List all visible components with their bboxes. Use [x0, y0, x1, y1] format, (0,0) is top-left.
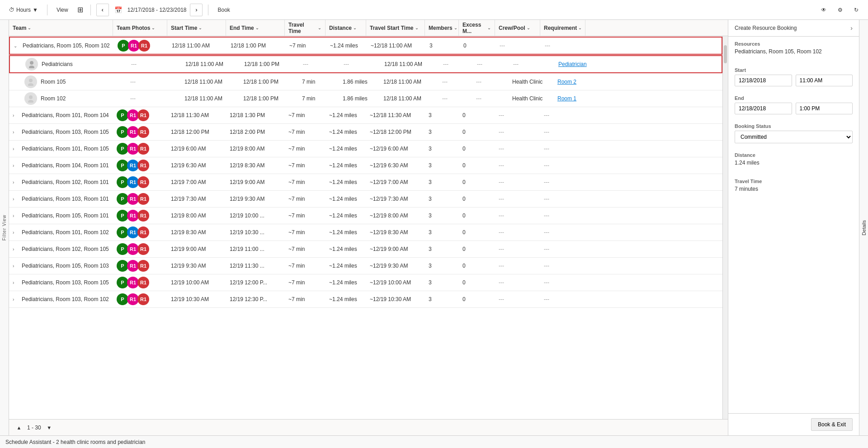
group-row-8[interactable]: › Pediatricians, Room 105, Room 101 P R1… — [9, 207, 722, 224]
filter-panel[interactable]: Filter View — [0, 20, 9, 435]
details-tab[interactable]: Details — [859, 20, 868, 435]
group-row-13[interactable]: › Pediatricians, Room 103, Room 102 P R1… — [9, 291, 722, 308]
group-row-4[interactable]: › Pediatricians, Room 101, Room 105 P R1… — [9, 141, 722, 157]
settings-icon[interactable]: ⚙ — [834, 4, 846, 16]
req-sort-icon: ⌄ — [578, 26, 582, 30]
child-row-1b[interactable]: Room 105 --- 12/18 11:00 AM 12/18 1:00 P… — [9, 74, 722, 90]
expand-icon[interactable]: › — [13, 213, 20, 218]
expand-icon[interactable]: › — [13, 297, 20, 302]
group-row-10[interactable]: › Pediatricians, Room 102, Room 105 P R1… — [9, 241, 722, 258]
col-header-end[interactable]: End Time ⌄ — [226, 20, 285, 36]
end-cell: 12/19 11:30 ... — [226, 258, 285, 274]
page-down-btn[interactable]: ▼ — [45, 423, 54, 432]
col-header-travel[interactable]: Travel Time ⌄ — [285, 20, 326, 36]
members-cell: 3 — [425, 191, 459, 207]
group-row-7[interactable]: › Pediatricians, Room 103, Room 101 P R1… — [9, 191, 722, 207]
col-header-travelstart[interactable]: Travel Start Time ⌄ — [366, 20, 425, 36]
end-cell: 12/19 10:00 ... — [226, 207, 285, 224]
expand-icon[interactable]: › — [13, 280, 20, 285]
group-row-1[interactable]: ⌄ Pediatricians, Room 105, Room 102 P R1… — [9, 37, 722, 55]
col-header-distance[interactable]: Distance ⌄ — [326, 20, 366, 36]
group-row-3[interactable]: › Pediatricians, Room 103, Room 105 P R1… — [9, 124, 722, 141]
group-row-5[interactable]: › Pediatricians, Room 104, Room 101 P R1… — [9, 157, 722, 174]
team-header-label: Team — [13, 25, 26, 31]
col-header-start[interactable]: Start Time ⌄ — [167, 20, 226, 36]
hours-button[interactable]: ⏱ Hours ▼ — [5, 5, 42, 15]
excess-cell: 0 — [459, 291, 495, 307]
book-button[interactable]: Book — [214, 5, 233, 15]
distance-sort-icon: ⌄ — [353, 26, 357, 30]
end-date-input[interactable] — [735, 103, 792, 114]
expand-panel-icon[interactable]: › — [850, 24, 853, 32]
team-cell: › Pediatricians, Room 102, Room 105 — [9, 241, 113, 257]
col-header-crew[interactable]: Crew/Pool ⌄ — [495, 20, 540, 36]
members-cell: 3 — [425, 274, 459, 291]
avatar-r1-2: R1 — [137, 243, 149, 255]
col-header-photos[interactable]: Team Photos ⌄ — [113, 20, 167, 36]
req-cell: --- — [540, 141, 585, 157]
start-cell: 12/19 10:30 AM — [167, 291, 226, 307]
group-row-12[interactable]: › Pediatricians, Room 103, Room 105 P R1… — [9, 274, 722, 291]
booking-status-select[interactable]: Committed Tentative Canceled — [735, 131, 853, 143]
expand-icon[interactable]: › — [13, 230, 20, 235]
members-cell: --- — [439, 90, 472, 107]
col-header-members[interactable]: Members ⌄ — [425, 20, 459, 36]
scrollbar-vertical[interactable] — [722, 36, 728, 419]
child-row-1c[interactable]: Room 102 --- 12/18 11:00 AM 12/18 1:00 P… — [9, 90, 722, 107]
req-link[interactable]: Pediatrician — [558, 61, 587, 67]
travel-cell: ~7 min — [285, 157, 326, 174]
req-link[interactable]: Room 1 — [557, 95, 576, 102]
view-button[interactable]: View — [53, 5, 72, 15]
crew-header-label: Crew/Pool — [499, 25, 525, 31]
child-row-1a[interactable]: Pediatricians --- 12/18 11:00 AM 12/18 1… — [9, 55, 722, 73]
refresh-icon[interactable]: ↻ — [850, 4, 863, 16]
group-row-2[interactable]: › Pediatricians, Room 101, Room 104 P R1… — [9, 107, 722, 124]
travel-time-value: 7 minutes — [735, 186, 853, 192]
book-exit-button[interactable]: Book & Exit — [811, 418, 853, 431]
page-info: 1 - 30 — [27, 424, 41, 431]
col-header-team[interactable]: Team ⌄ — [9, 20, 113, 36]
expand-icon[interactable]: › — [13, 146, 20, 151]
start-cell: 12/19 6:30 AM — [167, 157, 226, 174]
prev-button[interactable]: ‹ — [96, 4, 109, 16]
photos-sort-icon: ⌄ — [151, 26, 155, 30]
expand-icon[interactable]: › — [13, 130, 20, 135]
group-row-9[interactable]: › Pediatricians, Room 101, Room 102 P R1… — [9, 224, 722, 241]
expand-icon[interactable]: › — [13, 163, 20, 168]
travelstart-cell: ~12/18 11:00 AM — [367, 38, 426, 54]
start-date-input[interactable] — [735, 75, 792, 86]
excess-cell: --- — [473, 56, 509, 72]
avatar-r1-2: R1 — [137, 210, 149, 222]
distance-cell: ~1.24 miles — [326, 38, 367, 54]
start-time-input[interactable] — [796, 75, 853, 86]
expand-icon[interactable]: › — [13, 197, 20, 202]
expand-icon[interactable]: ⌄ — [14, 43, 21, 48]
team-name: Pediatricians, Room 103, Room 105 — [22, 279, 109, 286]
end-time-input[interactable] — [796, 103, 853, 114]
crew-cell: --- — [495, 274, 540, 291]
end-cell: 12/19 9:00 AM — [226, 174, 285, 190]
next-button[interactable]: › — [190, 4, 203, 16]
page-up-btn[interactable]: ▲ — [14, 423, 24, 432]
expand-icon[interactable]: › — [13, 180, 20, 185]
person-avatar — [24, 75, 37, 88]
expand-icon[interactable]: › — [13, 113, 20, 118]
col-header-req[interactable]: Requirement ⌄ — [540, 20, 585, 36]
expand-icon[interactable]: › — [13, 247, 20, 252]
dropdown-icon: ▼ — [33, 7, 38, 13]
travel-cell: --- — [299, 56, 340, 72]
scroll-thumb[interactable] — [724, 45, 727, 63]
panel-footer: Book & Exit — [728, 413, 859, 435]
eye-icon[interactable]: 👁 — [817, 4, 830, 16]
req-link[interactable]: Room 2 — [557, 79, 576, 85]
group-row-6[interactable]: › Pediatricians, Room 102, Room 101 P R1… — [9, 174, 722, 191]
members-cell: 3 — [425, 174, 459, 190]
photos-cell: P R1 R1 — [113, 241, 167, 257]
expand-icon[interactable]: › — [13, 264, 20, 269]
crew-cell: --- — [495, 107, 540, 123]
travelstart-cell: ~12/19 8:30 AM — [366, 224, 425, 241]
crew-cell: --- — [495, 258, 540, 274]
crew-cell: --- — [495, 191, 540, 207]
group-row-11[interactable]: › Pediatricians, Room 105, Room 103 P R1… — [9, 258, 722, 274]
col-header-excess[interactable]: Excess M... ⌄ — [459, 20, 495, 36]
